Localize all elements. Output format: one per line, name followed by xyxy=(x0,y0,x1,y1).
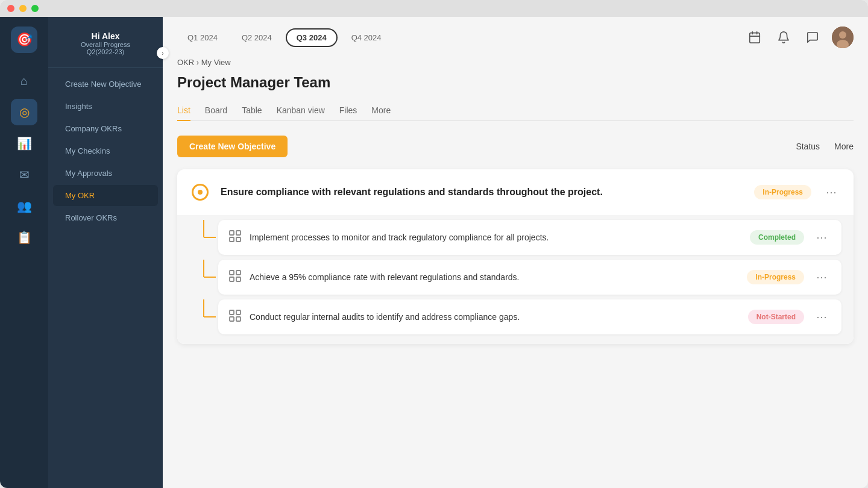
view-tab-more[interactable]: More xyxy=(371,101,391,121)
kr-connector-2 xyxy=(189,260,218,295)
kr1-status-badge: Completed xyxy=(750,230,804,245)
kr3-more-button[interactable]: ⋯ xyxy=(811,308,832,326)
svg-rect-15 xyxy=(230,271,234,275)
key-results-section: Implement processes to monitor and track… xyxy=(177,215,854,344)
kr-card-2: Achieve a 95% compliance rate with relev… xyxy=(218,260,841,295)
breadcrumb-separator: › xyxy=(197,58,201,67)
nav-sidebar: Hi Alex Overall Progress Q2(2022-23) › C… xyxy=(48,17,163,488)
more-filter-label[interactable]: More xyxy=(834,142,854,151)
svg-rect-22 xyxy=(236,310,241,314)
svg-rect-18 xyxy=(236,277,241,281)
header-actions xyxy=(745,27,854,48)
objective-card: Ensure compliance with relevant regulati… xyxy=(177,169,854,344)
kr-card-1: Implement processes to monitor and track… xyxy=(218,220,841,255)
objective-more-button[interactable]: ⋯ xyxy=(821,183,841,201)
svg-rect-16 xyxy=(236,271,241,275)
app-body: 🎯 ⌂ ◎ 📊 ✉ 👥 📋 Hi Alex Overall Progress Q… xyxy=(0,17,868,488)
objective-header: Ensure compliance with relevant regulati… xyxy=(177,169,854,215)
close-dot[interactable] xyxy=(7,5,14,12)
objective-target-icon xyxy=(189,181,211,203)
user-greeting: Hi Alex xyxy=(58,31,153,41)
page-content: OKR › My View Project Manager Team List … xyxy=(163,58,868,488)
user-info: Hi Alex Overall Progress Q2(2022-23) › xyxy=(48,27,163,68)
kr1-title: Implement processes to monitor and track… xyxy=(250,233,743,242)
view-tab-kanban[interactable]: Kanban view xyxy=(277,101,325,121)
bell-icon[interactable] xyxy=(774,28,793,47)
kr-connector-1 xyxy=(189,220,218,255)
svg-rect-10 xyxy=(236,231,241,235)
nav-item-insights[interactable]: Insights xyxy=(53,96,158,117)
app-window: 🎯 ⌂ ◎ 📊 ✉ 👥 📋 Hi Alex Overall Progress Q… xyxy=(0,0,868,488)
quarter-tab-q2[interactable]: Q2 2024 xyxy=(231,28,282,47)
svg-rect-9 xyxy=(230,231,234,235)
sidebar-icon-messages[interactable]: ✉ xyxy=(11,161,37,188)
view-tab-files[interactable]: Files xyxy=(339,101,357,121)
sidebar-icon-home[interactable]: ⌂ xyxy=(11,67,37,94)
view-tabs: List Board Table Kanban view Files More xyxy=(177,101,854,121)
status-filter-label[interactable]: Status xyxy=(796,142,820,151)
kr1-more-button[interactable]: ⋯ xyxy=(811,228,832,246)
create-objective-button[interactable]: Create New Objective xyxy=(177,136,288,157)
user-avatar[interactable] xyxy=(832,27,854,48)
svg-rect-12 xyxy=(236,237,241,242)
view-tab-list[interactable]: List xyxy=(177,101,190,121)
breadcrumb-root: OKR xyxy=(177,58,194,67)
toolbar-row: Create New Objective Status More xyxy=(177,136,854,157)
kr-row-2: Achieve a 95% compliance rate with relev… xyxy=(189,260,841,295)
user-progress-label: Overall Progress xyxy=(58,41,153,48)
kr2-more-button[interactable]: ⋯ xyxy=(811,268,832,286)
main-content: Q1 2024 Q2 2024 Q3 2024 Q4 2024 xyxy=(163,17,868,488)
chat-icon[interactable] xyxy=(803,28,822,47)
kr-card-3: Conduct regular internal audits to ident… xyxy=(218,299,841,334)
objective-title: Ensure compliance with relevant regulati… xyxy=(221,186,744,199)
minimize-dot[interactable] xyxy=(19,5,27,12)
sidebar-icon-people[interactable]: 👥 xyxy=(11,193,37,219)
expand-sidebar-button[interactable]: › xyxy=(157,47,169,59)
view-tab-table[interactable]: Table xyxy=(242,101,262,121)
sidebar-icon-reports[interactable]: 📋 xyxy=(11,224,37,251)
nav-item-create-new-objective[interactable]: Create New Objective xyxy=(53,74,158,95)
nav-item-my-okr[interactable]: My OKR xyxy=(53,185,158,206)
view-tab-board[interactable]: Board xyxy=(205,101,227,121)
kr-row-3: Conduct regular internal audits to ident… xyxy=(189,299,841,334)
kr3-title: Conduct regular internal audits to ident… xyxy=(250,312,741,322)
breadcrumb-current: My View xyxy=(201,58,231,67)
kr-connector-3 xyxy=(189,299,218,334)
kr-row-1: Implement processes to monitor and track… xyxy=(189,220,841,255)
logo[interactable]: 🎯 xyxy=(11,27,37,53)
calendar-icon[interactable] xyxy=(745,28,764,47)
svg-rect-0 xyxy=(750,33,760,43)
svg-rect-24 xyxy=(236,317,241,321)
svg-rect-23 xyxy=(230,317,234,321)
quarter-tab-q3[interactable]: Q3 2024 xyxy=(286,28,338,47)
svg-point-5 xyxy=(839,31,846,39)
kr2-icon xyxy=(228,269,242,286)
svg-rect-11 xyxy=(230,237,234,242)
quarter-tabs: Q1 2024 Q2 2024 Q3 2024 Q4 2024 xyxy=(177,28,392,47)
nav-item-company-okrs[interactable]: Company OKRs xyxy=(53,118,158,139)
icon-sidebar: 🎯 ⌂ ◎ 📊 ✉ 👥 📋 xyxy=(0,17,48,488)
sidebar-icon-okr[interactable]: ◎ xyxy=(11,99,37,125)
maximize-dot[interactable] xyxy=(31,5,39,12)
sidebar-icon-chart[interactable]: 📊 xyxy=(11,130,37,157)
quarter-tab-q4[interactable]: Q4 2024 xyxy=(341,28,392,47)
nav-item-rollover-okrs[interactable]: Rollover OKRs xyxy=(53,207,158,228)
kr3-icon xyxy=(228,308,242,326)
toolbar-right: Status More xyxy=(796,142,854,151)
objective-status-badge: In-Progress xyxy=(754,185,811,199)
main-header: Q1 2024 Q2 2024 Q3 2024 Q4 2024 xyxy=(163,17,868,58)
kr2-title: Achieve a 95% compliance rate with relev… xyxy=(250,272,740,282)
svg-rect-21 xyxy=(230,310,234,314)
titlebar xyxy=(0,0,868,17)
kr2-status-badge: In-Progress xyxy=(747,270,804,284)
kr1-icon xyxy=(228,229,242,246)
user-period: Q2(2022-23) xyxy=(58,48,153,55)
svg-rect-17 xyxy=(230,277,234,281)
quarter-tab-q1[interactable]: Q1 2024 xyxy=(177,28,228,47)
target-icon xyxy=(192,184,209,201)
breadcrumb: OKR › My View xyxy=(177,58,854,67)
page-title: Project Manager Team xyxy=(177,74,854,91)
nav-item-my-approvals[interactable]: My Approvals xyxy=(53,163,158,184)
kr3-status-badge: Not-Started xyxy=(748,310,804,324)
nav-item-my-checkins[interactable]: My Checkins xyxy=(53,140,158,161)
